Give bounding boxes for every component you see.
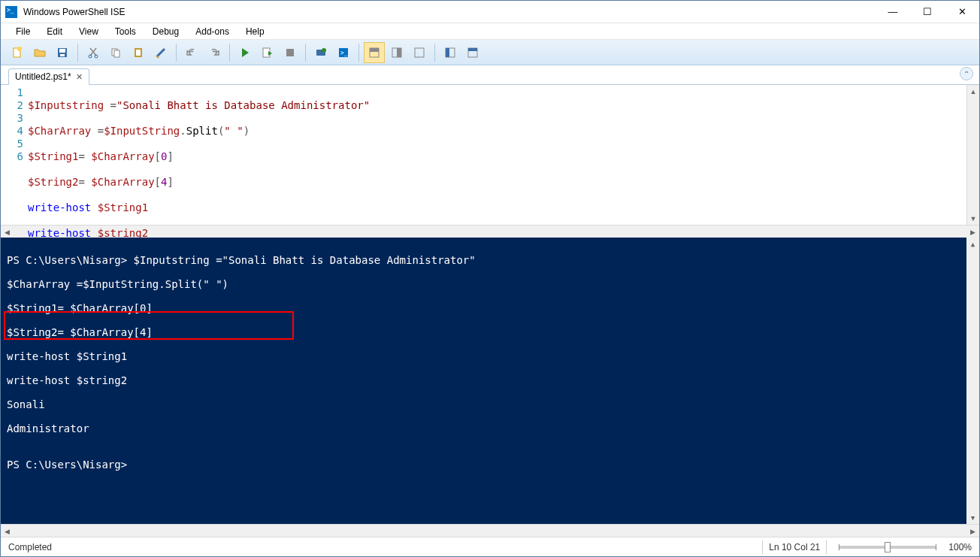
console-output: Sonali: [7, 398, 973, 410]
zoom-level: 100%: [948, 542, 972, 552]
console-prompt: PS C:\Users\Nisarg>: [7, 459, 973, 471]
copy-button[interactable]: [105, 42, 126, 63]
toolbar-separator: [358, 44, 359, 62]
tab-label: Untitled2.ps1*: [15, 71, 71, 82]
tab-close-icon[interactable]: ✕: [76, 72, 83, 82]
new-remote-tab-button[interactable]: [310, 42, 331, 63]
zoom-slider[interactable]: [839, 546, 936, 549]
svg-rect-18: [370, 48, 379, 52]
line-number-gutter: 1 2 3 4 5 6: [1, 85, 28, 225]
svg-rect-3: [59, 49, 65, 53]
highlight-annotation: [4, 311, 294, 340]
scroll-up-icon[interactable]: ▲: [967, 85, 979, 98]
svg-rect-10: [136, 50, 141, 56]
show-command-window-button[interactable]: [462, 42, 483, 63]
console-output: Administrator: [7, 422, 973, 434]
scroll-up-icon[interactable]: ▲: [966, 238, 979, 250]
toolbar: >_: [1, 40, 979, 65]
titlebar: Windows PowerShell ISE — ☐ ✕: [1, 1, 979, 23]
scroll-track[interactable]: [966, 250, 979, 511]
svg-rect-20: [397, 48, 401, 57]
collapse-script-pane-button[interactable]: ⌃: [960, 67, 973, 80]
menu-file[interactable]: File: [8, 25, 38, 38]
console-line: write-host $String1: [7, 350, 973, 362]
tab-untitled2[interactable]: Untitled2.ps1* ✕: [8, 68, 89, 85]
svg-rect-4: [60, 54, 65, 56]
menubar: File Edit View Tools Debug Add-ons Help: [1, 23, 979, 40]
console-line: PS C:\Users\Nisarg> $Inputstring ="Sonal…: [7, 254, 973, 266]
save-button[interactable]: [52, 42, 73, 63]
editor-vertical-scrollbar[interactable]: ▲ ▼: [966, 85, 979, 225]
code-area[interactable]: $Inputstring ="Sonali Bhatt is Database …: [28, 85, 966, 225]
open-file-button[interactable]: [29, 42, 50, 63]
redo-button[interactable]: [204, 42, 225, 63]
scroll-left-icon[interactable]: ◀: [1, 226, 14, 238]
tab-strip: Untitled2.ps1* ✕ ⌃: [1, 65, 979, 85]
scroll-down-icon[interactable]: ▼: [967, 212, 979, 225]
zoom-control[interactable]: [826, 540, 948, 554]
svg-text:>_: >_: [340, 50, 348, 56]
zoom-thumb[interactable]: [885, 542, 891, 552]
toolbar-separator: [77, 44, 78, 62]
statusbar: Completed Ln 10 Col 21 100%: [1, 537, 979, 556]
toolbar-separator: [434, 44, 435, 62]
svg-rect-21: [415, 48, 424, 57]
paste-button[interactable]: [128, 42, 149, 63]
scroll-left-icon[interactable]: ◀: [1, 525, 14, 537]
stop-button[interactable]: [280, 42, 301, 63]
line-number: 1: [1, 86, 23, 99]
script-editor[interactable]: 1 2 3 4 5 6 $Inputstring ="Sonali Bhatt …: [1, 85, 979, 225]
svg-rect-12: [286, 49, 294, 56]
scroll-track[interactable]: [14, 525, 966, 537]
svg-point-1: [17, 47, 22, 51]
show-script-pane-right-button[interactable]: [386, 42, 407, 63]
menu-tools[interactable]: Tools: [107, 25, 144, 38]
minimize-button[interactable]: —: [876, 1, 910, 23]
scroll-right-icon[interactable]: ▶: [966, 226, 979, 238]
run-script-button[interactable]: [234, 42, 256, 63]
menu-view[interactable]: View: [71, 25, 106, 38]
scroll-track[interactable]: [967, 98, 979, 212]
show-script-pane-max-button[interactable]: [409, 42, 430, 63]
window-controls: — ☐ ✕: [876, 1, 979, 23]
line-number: 3: [1, 112, 23, 125]
menu-help[interactable]: Help: [238, 25, 272, 38]
line-number: 4: [1, 125, 23, 138]
console-vertical-scrollbar[interactable]: ▲ ▼: [966, 238, 979, 524]
menu-addons[interactable]: Add-ons: [188, 25, 237, 38]
new-file-button[interactable]: [7, 42, 28, 63]
show-script-pane-top-button[interactable]: [364, 42, 385, 63]
line-number: 6: [1, 150, 23, 163]
undo-button[interactable]: [181, 42, 202, 63]
app-icon: [5, 6, 17, 18]
toolbar-separator: [305, 44, 306, 62]
menu-edit[interactable]: Edit: [39, 25, 70, 38]
clear-button[interactable]: [150, 42, 171, 63]
cursor-position: Ln 10 Col 21: [762, 540, 826, 554]
run-selection-button[interactable]: [257, 42, 278, 63]
svg-rect-8: [114, 50, 119, 57]
svg-rect-23: [446, 48, 449, 57]
console-pane[interactable]: PS C:\Users\Nisarg> $Inputstring ="Sonal…: [1, 238, 979, 524]
cut-button[interactable]: [83, 42, 104, 63]
line-number: 5: [1, 138, 23, 150]
window-title: Windows PowerShell ISE: [23, 7, 125, 17]
scroll-down-icon[interactable]: ▼: [966, 511, 979, 524]
scroll-right-icon[interactable]: ▶: [966, 525, 979, 537]
toolbar-separator: [176, 44, 177, 62]
line-number: 2: [1, 99, 23, 112]
console-horizontal-scrollbar[interactable]: ◀ ▶: [1, 524, 979, 537]
status-text: Completed: [8, 542, 52, 552]
close-button[interactable]: ✕: [945, 1, 979, 23]
console-line: $CharArray =$InputString.Split(" "): [7, 278, 973, 290]
start-powershell-button[interactable]: >_: [333, 42, 354, 63]
toolbar-separator: [229, 44, 230, 62]
console-line: write-host $string2: [7, 374, 973, 386]
maximize-button[interactable]: ☐: [910, 1, 945, 23]
svg-point-14: [322, 48, 326, 53]
menu-debug[interactable]: Debug: [145, 25, 186, 38]
show-command-addon-button[interactable]: [440, 42, 461, 63]
svg-rect-25: [468, 48, 477, 51]
